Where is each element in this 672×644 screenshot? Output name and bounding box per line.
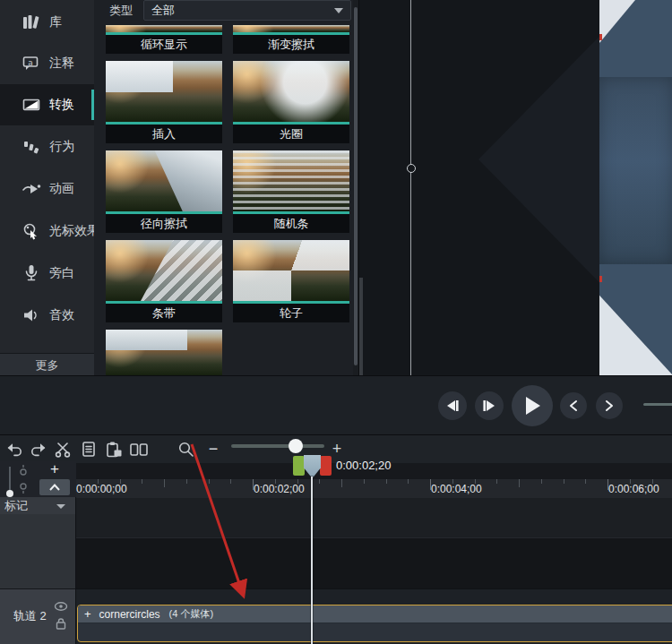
frame-crop-mark bbox=[599, 276, 602, 282]
zoom-slider[interactable] bbox=[231, 444, 324, 448]
markers-label: 标记 bbox=[4, 498, 28, 514]
zoom-in-glyph: + bbox=[332, 440, 342, 459]
add-track-button[interactable]: + bbox=[41, 461, 68, 477]
ruler-tick bbox=[120, 479, 121, 484]
collapse-tracks-button[interactable] bbox=[39, 479, 70, 495]
ruler-tick bbox=[164, 479, 165, 487]
sidebar-item-label: 旁白 bbox=[49, 265, 74, 281]
type-dropdown[interactable]: 全部 bbox=[143, 0, 351, 21]
transition-thumbnail bbox=[233, 25, 349, 32]
previous-button[interactable] bbox=[560, 392, 587, 419]
frame-crop-mark bbox=[599, 34, 602, 40]
transition-guide-line[interactable] bbox=[410, 0, 411, 375]
ruler-label: 0:00:06;00 bbox=[608, 483, 659, 495]
sidebar-more-label: 更多 bbox=[36, 357, 59, 374]
play-button[interactable] bbox=[512, 385, 553, 426]
zoom-tool-icon[interactable] bbox=[176, 439, 197, 460]
clip-expand-icon[interactable]: + bbox=[84, 607, 91, 621]
ruler-tick bbox=[209, 479, 210, 484]
ruler-tick bbox=[430, 479, 431, 490]
copy-button[interactable] bbox=[78, 439, 99, 460]
camtasia-window: 库 a 注释 转换 行为 动画 bbox=[0, 0, 672, 644]
next-button[interactable] bbox=[596, 392, 623, 419]
transition-label: 插入 bbox=[106, 125, 222, 143]
sidebar-item-transitions[interactable]: 转换 bbox=[0, 84, 94, 125]
cursor-effects-icon bbox=[22, 221, 41, 241]
transition-thumbnail bbox=[106, 25, 222, 32]
transition-label: 径向擦拭 bbox=[106, 214, 222, 233]
guide-line-handle[interactable] bbox=[407, 164, 416, 173]
paste-button[interactable] bbox=[103, 439, 125, 460]
empty-track-area[interactable] bbox=[76, 537, 672, 589]
ruler-tick bbox=[319, 479, 320, 484]
track2-header[interactable]: 轨道 2 bbox=[0, 588, 76, 644]
frame-shape-top bbox=[599, 0, 635, 43]
transition-cycle[interactable]: 循环显示 bbox=[106, 25, 222, 54]
split-button[interactable] bbox=[128, 439, 150, 460]
transition-insert[interactable]: 插入 bbox=[106, 61, 222, 143]
step-back-button[interactable] bbox=[438, 391, 467, 420]
loop-range-line bbox=[643, 403, 672, 406]
clip-header: + cornercircles (4 个媒体) bbox=[78, 605, 672, 623]
sidebar-item-animations[interactable]: 动画 bbox=[0, 168, 94, 210]
sidebar-more-button[interactable]: 更多 bbox=[0, 353, 94, 376]
ruler-label: 0:00:04;00 bbox=[431, 483, 482, 495]
type-dropdown-value: 全部 bbox=[151, 3, 175, 19]
sidebar-item-label: 光标效果 bbox=[49, 223, 99, 239]
ruler-tick bbox=[408, 479, 409, 484]
ruler-tick bbox=[98, 479, 99, 484]
sidebar-item-narration[interactable]: 旁白 bbox=[0, 253, 94, 294]
track-visibility-toggle[interactable] bbox=[54, 601, 68, 612]
ruler-tick bbox=[452, 479, 453, 484]
markers-lane[interactable] bbox=[76, 498, 672, 537]
video-frame[interactable] bbox=[599, 0, 672, 375]
transition-label: 随机条 bbox=[233, 214, 349, 233]
redo-button[interactable] bbox=[28, 439, 49, 460]
transition-label: 条带 bbox=[106, 304, 222, 322]
sidebar: 库 a 注释 转换 行为 动画 bbox=[0, 0, 95, 375]
transition-label: 光圈 bbox=[233, 125, 349, 143]
clip-cornercircles[interactable]: + cornercircles (4 个媒体) bbox=[77, 605, 672, 642]
track-height-slider[interactable] bbox=[2, 463, 38, 499]
sidebar-item-cursor-effects[interactable]: 光标效果 bbox=[0, 210, 94, 252]
ruler-tick bbox=[475, 479, 476, 484]
frame-shape-bottom bbox=[599, 264, 672, 375]
zoom-slider-thumb[interactable] bbox=[289, 439, 303, 453]
panel-scrollbar-thumb[interactable] bbox=[354, 7, 358, 365]
time-ruler[interactable]: 0:00:00;00 0:00:02;00 0:00:04;00 0:00:06… bbox=[0, 479, 672, 499]
ruler-tick bbox=[519, 479, 520, 487]
transition-partial[interactable] bbox=[106, 330, 222, 375]
sidebar-item-audio-effects[interactable]: 音效 bbox=[0, 295, 94, 336]
transition-radial-wipe[interactable]: 径向擦拭 bbox=[106, 150, 222, 233]
sidebar-item-library[interactable]: 库 bbox=[0, 2, 94, 43]
sidebar-item-label: 注释 bbox=[49, 56, 74, 72]
ruler-tick bbox=[652, 479, 653, 484]
selection-out-handle[interactable] bbox=[320, 456, 332, 476]
transition-strips[interactable]: 条带 bbox=[106, 240, 222, 322]
transition-label: 渐变擦拭 bbox=[233, 35, 349, 54]
step-forward-button[interactable] bbox=[475, 391, 504, 420]
playhead-line[interactable] bbox=[311, 477, 313, 644]
zoom-out-glyph: − bbox=[209, 440, 219, 459]
ruler-tick bbox=[364, 479, 365, 484]
undo-button[interactable] bbox=[4, 439, 25, 460]
transition-thumbnail bbox=[106, 240, 222, 301]
microphone-icon bbox=[22, 263, 41, 283]
transition-iris[interactable]: 光圈 bbox=[233, 61, 349, 143]
animation-icon bbox=[22, 179, 41, 199]
sidebar-item-behaviors[interactable]: 行为 bbox=[0, 126, 94, 167]
transition-wheel[interactable]: 轮子 bbox=[233, 240, 349, 322]
ruler-tick bbox=[275, 479, 276, 484]
cut-button[interactable] bbox=[52, 439, 73, 460]
sidebar-item-annotations[interactable]: a 注释 bbox=[0, 43, 94, 84]
markers-dropdown[interactable]: 标记 bbox=[0, 497, 76, 514]
selection-in-handle[interactable] bbox=[293, 456, 305, 476]
ruler-tick bbox=[297, 479, 298, 484]
transition-random-bars[interactable]: 随机条 bbox=[233, 150, 349, 233]
transition-fade-wipe[interactable]: 渐变擦拭 bbox=[233, 25, 349, 54]
track-gutter: + 标记 轨道 2 bbox=[0, 461, 76, 644]
zoom-out-button[interactable]: − bbox=[204, 438, 222, 459]
track-lock-toggle[interactable] bbox=[55, 617, 67, 630]
sidebar-item-label: 转换 bbox=[49, 97, 74, 113]
track2-lane[interactable]: + cornercircles (4 个媒体) bbox=[76, 588, 672, 644]
